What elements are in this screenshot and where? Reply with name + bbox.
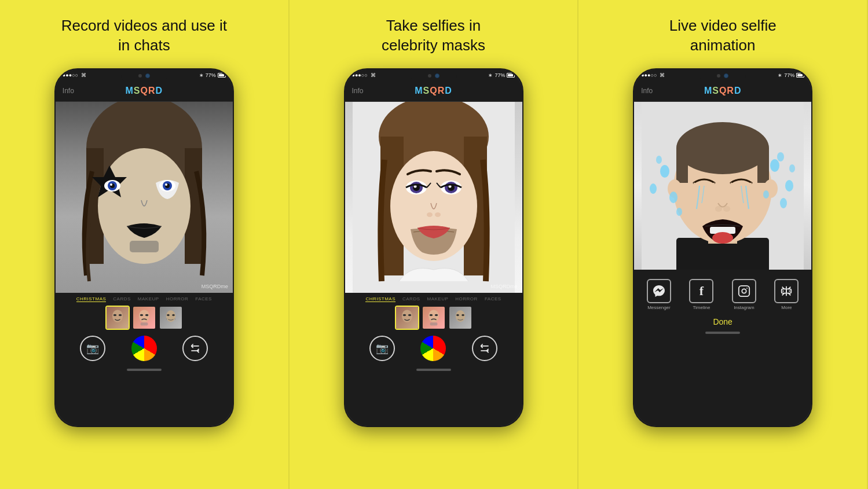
timeline-label: Timeline bbox=[693, 305, 710, 310]
flip-btn-2[interactable] bbox=[472, 336, 497, 361]
tab-horror-1[interactable]: HORROR bbox=[166, 296, 189, 302]
messenger-share-btn[interactable]: Messenger bbox=[640, 279, 678, 310]
svg-point-8 bbox=[110, 183, 112, 186]
thumb-3-1[interactable] bbox=[159, 306, 183, 330]
svg-point-44 bbox=[434, 314, 437, 316]
svg-point-16 bbox=[119, 314, 122, 316]
app-logo-3: MSQRD bbox=[704, 86, 742, 96]
svg-point-19 bbox=[145, 314, 148, 316]
home-bar-1 bbox=[127, 369, 162, 371]
battery-area: ∗ 77% bbox=[199, 72, 226, 78]
tab-christmas-1[interactable]: CHRISTMAS bbox=[76, 296, 107, 302]
bottom-controls-1: 📷 bbox=[56, 333, 233, 363]
svg-point-22 bbox=[167, 314, 170, 316]
thumb-3-2[interactable] bbox=[448, 306, 473, 330]
more-label: More bbox=[781, 305, 792, 310]
speaker bbox=[138, 74, 142, 78]
app-logo-1: MSQRD bbox=[126, 86, 163, 96]
app-logo-2: MSQRD bbox=[415, 86, 452, 96]
svg-point-53 bbox=[676, 122, 769, 174]
camera-view-1: MSQRDme bbox=[56, 102, 233, 293]
home-indicator-1 bbox=[56, 366, 233, 374]
tab-cards-2[interactable]: CARDS bbox=[402, 296, 420, 302]
panel-selfies: Take selfies incelebrity masks ●●●○○ ⌘ 1… bbox=[290, 0, 579, 489]
app-header-1: Info MSQRD bbox=[56, 81, 233, 102]
tab-horror-2[interactable]: HORROR bbox=[455, 296, 478, 302]
thumb-2-1[interactable] bbox=[132, 306, 156, 330]
info-link-3[interactable]: Info bbox=[641, 87, 653, 95]
panel3-title: Live video selfieanimation bbox=[669, 16, 777, 56]
svg-point-74 bbox=[742, 289, 746, 293]
svg-point-15 bbox=[113, 314, 116, 316]
svg-point-40 bbox=[402, 314, 405, 316]
instagram-share-btn[interactable]: Instagram bbox=[725, 279, 763, 310]
signal-area: ●●●○○ ⌘ bbox=[63, 72, 86, 78]
home-indicator-2 bbox=[345, 366, 522, 374]
done-button[interactable]: Done bbox=[713, 317, 732, 326]
panel2-title: Take selfies incelebrity masks bbox=[382, 16, 485, 56]
svg-rect-45 bbox=[430, 322, 437, 325]
more-icon bbox=[780, 285, 793, 297]
celeb-face-svg bbox=[345, 102, 522, 293]
svg-rect-54 bbox=[676, 148, 688, 183]
record-btn-1[interactable] bbox=[131, 336, 157, 361]
svg-point-71 bbox=[789, 164, 795, 172]
svg-point-63 bbox=[650, 183, 657, 194]
camera-view-3 bbox=[634, 102, 811, 270]
camera-icon-2: 📷 bbox=[376, 342, 389, 355]
svg-point-75 bbox=[746, 288, 748, 289]
photo-btn-1[interactable]: 📷 bbox=[80, 336, 105, 361]
svg-rect-20 bbox=[140, 322, 148, 325]
record-btn-2[interactable] bbox=[420, 336, 446, 361]
thumb-1-1[interactable] bbox=[105, 306, 130, 330]
tab-christmas-2[interactable]: CHRISTMAS bbox=[365, 296, 395, 302]
camera-view-2: MSQRDme bbox=[345, 102, 522, 293]
flip-icon-2 bbox=[479, 343, 490, 354]
more-share-btn[interactable]: More bbox=[768, 279, 806, 310]
svg-rect-73 bbox=[739, 285, 749, 296]
speaker-3 bbox=[717, 74, 720, 78]
face-thumbnails-1 bbox=[105, 306, 183, 330]
photo-btn-2[interactable]: 📷 bbox=[369, 336, 395, 361]
svg-point-61 bbox=[712, 232, 733, 244]
filter-tabs-1: CHRISTMAS CARDS MAKEUP HORROR FACES bbox=[76, 296, 212, 302]
speaker-2 bbox=[428, 74, 431, 78]
flip-icon-1 bbox=[189, 343, 201, 354]
messenger-icon bbox=[652, 284, 666, 298]
svg-rect-13 bbox=[130, 241, 159, 252]
svg-point-43 bbox=[429, 314, 432, 316]
thumb-2-2[interactable] bbox=[422, 306, 446, 330]
signal-area-3: ●●●○○ ⌘ bbox=[641, 72, 665, 78]
svg-point-68 bbox=[785, 180, 793, 192]
panel-animation: Live video selfieanimation ●●●○○ ⌘ 1:20 … bbox=[578, 0, 868, 489]
phone-notch-2 bbox=[411, 69, 457, 82]
svg-point-69 bbox=[780, 198, 787, 208]
tab-makeup-1[interactable]: MAKEUP bbox=[138, 296, 159, 302]
svg-point-37 bbox=[427, 212, 433, 217]
svg-point-62 bbox=[660, 165, 669, 178]
tab-cards-1[interactable]: CARDS bbox=[113, 296, 131, 302]
share-grid: Messenger f Timeline bbox=[634, 274, 811, 315]
svg-point-48 bbox=[462, 314, 464, 316]
info-link-2[interactable]: Info bbox=[352, 87, 364, 95]
flip-btn-1[interactable] bbox=[182, 336, 208, 361]
phone-notch bbox=[121, 69, 167, 82]
home-indicator-3 bbox=[634, 329, 811, 337]
svg-point-12 bbox=[165, 183, 167, 186]
tab-faces-1[interactable]: FACES bbox=[195, 296, 212, 302]
info-link-1[interactable]: Info bbox=[63, 87, 74, 95]
facebook-icon: f bbox=[699, 284, 704, 299]
facebook-share-btn[interactable]: f Timeline bbox=[683, 279, 721, 310]
battery-area-3: ∗ 77% bbox=[778, 72, 804, 78]
camera-lens bbox=[145, 73, 150, 78]
tab-makeup-2[interactable]: MAKEUP bbox=[427, 296, 449, 302]
svg-point-41 bbox=[408, 314, 411, 316]
messenger-label: Messenger bbox=[647, 305, 671, 310]
messenger-icon-box bbox=[647, 279, 671, 303]
tab-faces-2[interactable]: FACES bbox=[485, 296, 501, 302]
filter-tabs-2: CHRISTMAS CARDS MAKEUP HORROR FACES bbox=[365, 296, 501, 302]
home-bar-3 bbox=[705, 332, 740, 334]
phone-1: ●●●○○ ⌘ 1:20 PM ∗ 77% Info MSQRD bbox=[54, 68, 234, 427]
svg-point-59 bbox=[723, 206, 730, 212]
thumb-1-2[interactable] bbox=[395, 306, 419, 330]
